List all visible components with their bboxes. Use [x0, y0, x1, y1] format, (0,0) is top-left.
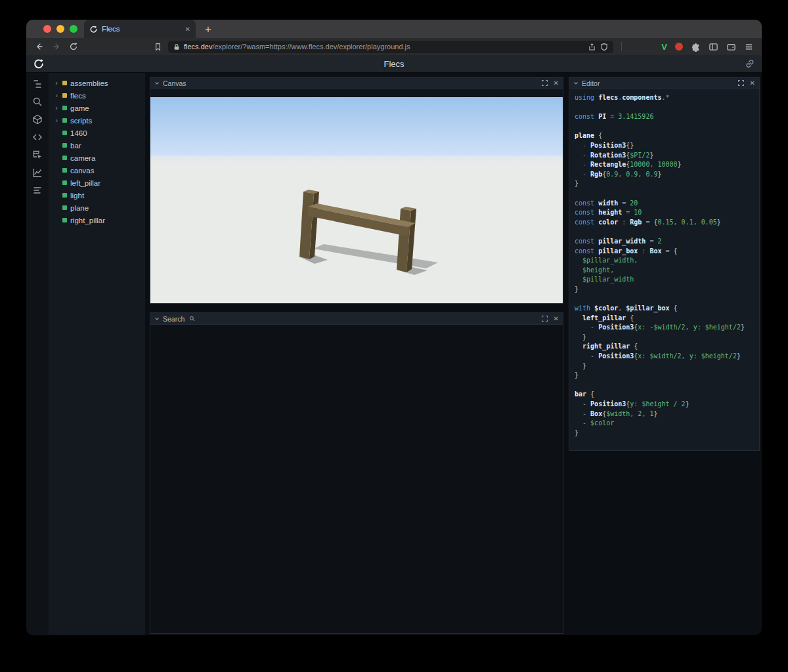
code-line[interactable]: with $color, $pillar_box {	[575, 304, 759, 314]
code-line[interactable]: const pillar_box : Box = {	[575, 247, 759, 257]
wallet-icon[interactable]	[726, 42, 736, 52]
v-extension-icon[interactable]: V	[661, 42, 667, 52]
code-line[interactable]: $pillar_width,	[575, 256, 759, 266]
brave-shield-icon[interactable]	[600, 43, 608, 51]
tree-item-flecs[interactable]: ›flecs	[49, 89, 145, 102]
entity-tree-icon[interactable]	[29, 78, 46, 90]
tree-item-plane[interactable]: plane	[49, 201, 145, 214]
browser-tab[interactable]: Flecs ✕	[84, 20, 196, 38]
code-line[interactable]	[575, 227, 759, 237]
search-icon[interactable]	[29, 96, 46, 108]
code-line[interactable]: left_pillar {	[575, 314, 759, 324]
code-line[interactable]: using flecs.components.*	[575, 93, 759, 103]
code-line[interactable]: plane {	[575, 131, 759, 141]
reload-button[interactable]	[67, 40, 80, 53]
back-button[interactable]	[33, 40, 46, 53]
code-line[interactable]: }	[575, 429, 759, 438]
chevron-down-icon[interactable]	[154, 81, 160, 86]
entity-color-square	[62, 168, 67, 173]
code-line[interactable]	[575, 381, 759, 390]
code-line[interactable]: const color : Rgb = {0.15, 0.1, 0.05}	[575, 218, 759, 228]
code-line[interactable]: $height,	[575, 266, 759, 276]
bookmark-icon[interactable]	[151, 40, 164, 53]
expand-arrow-icon[interactable]: ›	[54, 92, 59, 99]
share-icon[interactable]	[588, 43, 596, 51]
code-line[interactable]: - Position3{x: -$width/2, y: $height/2}	[575, 323, 759, 333]
code-line[interactable]: - Position3{}	[575, 141, 759, 151]
code-line[interactable]	[575, 189, 759, 199]
code-line[interactable]: - Position3{x: $width/2, y: $height/2}	[575, 352, 759, 362]
stats-icon[interactable]	[29, 184, 46, 196]
expand-arrow-icon[interactable]: ›	[54, 79, 59, 87]
extensions-puzzle-icon[interactable]	[691, 42, 701, 52]
code-line[interactable]: - Position3{y: $height / 2}	[575, 400, 759, 410]
search-body[interactable]	[150, 325, 563, 633]
code-line[interactable]: $pillar_width	[575, 275, 759, 285]
tree-item-light[interactable]: light	[49, 189, 145, 201]
code-line[interactable]: }	[575, 371, 759, 381]
tree-item-assemblies[interactable]: ›assemblies	[49, 77, 145, 89]
close-window-button[interactable]	[43, 25, 51, 33]
zoom-window-button[interactable]	[70, 25, 77, 33]
code-line[interactable]: }	[575, 362, 759, 371]
code-line[interactable]: const pillar_width = 2	[575, 237, 759, 247]
tree-item-right_pillar[interactable]: right_pillar	[49, 214, 145, 226]
editor-panel-title: Editor	[582, 79, 600, 87]
code-line[interactable]: - Box{$width, 2, 1}	[575, 410, 759, 419]
tree-item-game[interactable]: ›game	[49, 102, 145, 114]
browser-window: Flecs ✕ + flecs.dev/explorer/?wasm=https…	[26, 20, 762, 635]
editor-code[interactable]: using flecs.components.* const PI = 3.14…	[569, 89, 759, 450]
sidebar-toggle-icon[interactable]	[709, 42, 718, 52]
red-extension-icon[interactable]	[675, 43, 683, 51]
code-line[interactable]: - Rectangle{10000, 10000}	[575, 160, 759, 170]
entity-color-square	[62, 218, 67, 222]
entity-color-square	[62, 143, 67, 148]
inspect-icon[interactable]	[29, 149, 46, 161]
entity-label: camera	[70, 154, 95, 162]
chevron-down-icon[interactable]	[154, 316, 160, 322]
code-line[interactable]: const height = 10	[575, 208, 759, 218]
code-line[interactable]: }	[575, 333, 759, 343]
expand-arrow-icon[interactable]: ›	[54, 117, 59, 124]
url-bar[interactable]: flecs.dev/explorer/?wasm=https://www.fle…	[168, 41, 613, 53]
menu-icon[interactable]	[744, 42, 754, 52]
chart-icon[interactable]	[29, 167, 46, 178]
code-line[interactable]: bar {	[575, 390, 759, 400]
minimize-window-button[interactable]	[56, 25, 64, 33]
code-line[interactable]: const width = 20	[575, 199, 759, 209]
tree-item-scripts[interactable]: ›scripts	[49, 114, 145, 127]
expand-icon[interactable]	[542, 316, 548, 322]
close-icon[interactable]: ✕	[554, 79, 559, 87]
browser-toolbar: flecs.dev/explorer/?wasm=https://www.fle…	[26, 38, 762, 55]
tab-close-icon[interactable]: ✕	[185, 26, 190, 33]
code-line[interactable]	[575, 122, 759, 132]
tree-item-left_pillar[interactable]: left_pillar	[49, 177, 145, 189]
code-line[interactable]: - Rotation3{$PI/2}	[575, 151, 759, 161]
code-line[interactable]	[575, 294, 759, 304]
entity-color-square	[62, 193, 67, 198]
forward-button[interactable]	[50, 40, 63, 53]
tree-item-canvas[interactable]: canvas	[49, 164, 145, 177]
tree-item-1460[interactable]: 1460	[49, 127, 145, 139]
code-line[interactable]: right_pillar {	[575, 342, 759, 352]
canvas-scene[interactable]	[150, 97, 563, 303]
cube-icon[interactable]	[29, 114, 46, 125]
new-tab-button[interactable]: +	[205, 24, 211, 35]
code-line[interactable]	[575, 103, 759, 113]
expand-icon[interactable]	[738, 80, 744, 86]
close-icon[interactable]: ✕	[750, 79, 755, 87]
chevron-down-icon[interactable]	[573, 81, 579, 86]
code-line[interactable]: - Rgb{0.9, 0.9, 0.9}	[575, 170, 759, 180]
expand-arrow-icon[interactable]: ›	[54, 104, 59, 112]
code-line[interactable]: - $color	[575, 419, 759, 429]
code-line[interactable]: }	[575, 285, 759, 295]
close-icon[interactable]: ✕	[554, 315, 559, 322]
code-line[interactable]: }	[575, 179, 759, 189]
link-icon[interactable]	[745, 58, 755, 69]
tree-item-camera[interactable]: camera	[49, 152, 145, 164]
url-path: /explorer/?wasm=https://www.flecs.dev/ex…	[212, 43, 410, 51]
code-line[interactable]: const PI = 3.1415926	[575, 112, 759, 122]
expand-icon[interactable]	[542, 80, 548, 86]
tree-item-bar[interactable]: bar	[49, 139, 145, 152]
code-icon[interactable]	[29, 131, 46, 143]
